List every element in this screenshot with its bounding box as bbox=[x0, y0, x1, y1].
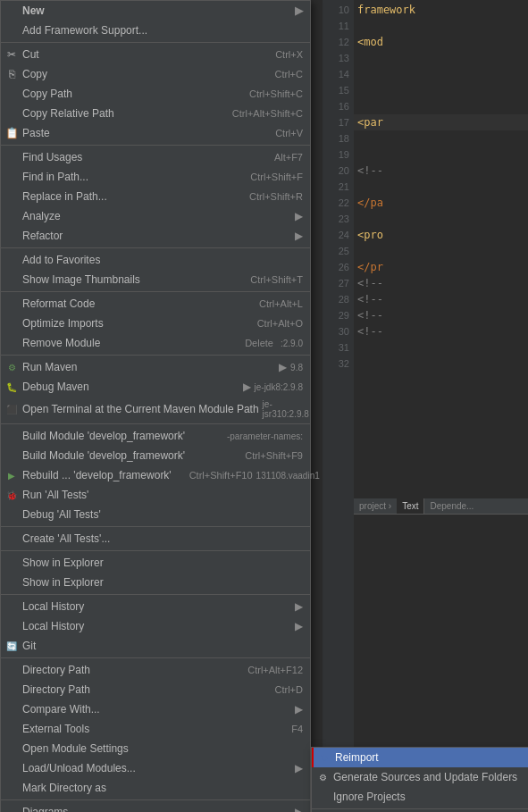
submenu-item-generate-sources[interactable]: ⚙ Generate Sources and Update Folders bbox=[312, 767, 528, 787]
tab-dependencies[interactable]: Depende... bbox=[424, 498, 479, 514]
menu-item-paste[interactable]: 📋 Paste Ctrl+V bbox=[1, 123, 310, 143]
menu-item-create-all-tests[interactable]: Create 'All Tests'... bbox=[1, 529, 310, 548]
arrow-icon: ▶ bbox=[295, 703, 303, 716]
arrow-icon: ▶ bbox=[295, 210, 303, 222]
terminal-icon: ⬛ bbox=[4, 402, 19, 416]
separator bbox=[1, 247, 310, 248]
menu-item-open-in-terminal[interactable]: Show in Explorer bbox=[1, 573, 310, 592]
menu-item-rebuild[interactable]: Build Module 'develop_framework' Ctrl+Sh… bbox=[1, 446, 310, 465]
menu-item-open-module-settings[interactable]: External Tools F4 bbox=[1, 719, 310, 739]
separator bbox=[1, 291, 310, 292]
arrow-icon: ▶ bbox=[295, 806, 303, 812]
menu-item-run-maven[interactable]: ⚙ Run Maven ▶ 9.8 bbox=[1, 357, 310, 377]
editor-code: framework <mod <par <!-- </pa <pro </pr … bbox=[354, 0, 528, 812]
menu-item-show-in-explorer[interactable]: Show in Explorer bbox=[1, 553, 310, 573]
menu-item-diagrams[interactable]: Diagrams ▶ bbox=[1, 802, 310, 812]
sync-icon: 🔄 bbox=[4, 639, 19, 653]
menu-item-local-history[interactable]: Local History ▶ bbox=[1, 597, 310, 616]
menu-item-remove-module[interactable]: Remove Module Delete :2.9.0 bbox=[1, 333, 310, 353]
debug-maven-icon: 🐛 bbox=[4, 380, 19, 394]
menu-item-refactor[interactable]: Refactor ▶ bbox=[1, 226, 310, 246]
menu-item-directory-path[interactable]: Directory Path Ctrl+Alt+F12 bbox=[1, 660, 310, 680]
copy-icon: ⎘ bbox=[4, 67, 19, 81]
context-menu: New ▶ Add Framework Support... ✂ Cut Ctr… bbox=[0, 0, 311, 812]
arrow-icon: ▶ bbox=[295, 4, 303, 17]
menu-item-git[interactable]: Local History ▶ bbox=[1, 616, 310, 636]
submenu-item-reimport[interactable]: ↻ Reimport bbox=[312, 748, 528, 767]
menu-item-copy-relative-path[interactable]: Copy Relative Path Ctrl+Alt+Shift+C bbox=[1, 104, 310, 123]
separator bbox=[1, 423, 310, 424]
menu-item-replace-in-path[interactable]: Replace in Path... Ctrl+Shift+R bbox=[1, 187, 310, 206]
menu-item-build-module[interactable]: Build Module 'develop_framework' -parame… bbox=[1, 426, 310, 446]
menu-item-mark-directory-as[interactable]: Load/Unload Modules... ▶ bbox=[1, 758, 310, 778]
submenu-item-ignore-projects[interactable]: Ignore Projects bbox=[312, 787, 528, 807]
generate-sources-icon: ⚙ bbox=[315, 770, 330, 784]
line-numbers: 1011121314 1516171819 2021222324 2526272… bbox=[323, 0, 354, 812]
separator bbox=[1, 594, 310, 595]
separator bbox=[1, 799, 310, 800]
menu-item-copy-path[interactable]: Copy Path Ctrl+Shift+C bbox=[1, 84, 310, 104]
menu-item-reformat-code[interactable]: Reformat Code Ctrl+Alt+L bbox=[1, 294, 310, 314]
debug-tests-icon: 🐞 bbox=[4, 488, 19, 502]
menu-item-new[interactable]: New ▶ bbox=[1, 1, 310, 21]
menu-item-run-all-tests[interactable]: ▶ Rebuild ... 'develop_framework' Ctrl+S… bbox=[1, 465, 310, 485]
menu-item-external-tools[interactable]: Compare With... ▶ bbox=[1, 699, 310, 719]
separator bbox=[1, 355, 310, 356]
separator bbox=[1, 42, 310, 43]
cut-icon: ✂ bbox=[4, 47, 19, 62]
menu-item-debug-maven[interactable]: 🐛 Debug Maven ▶ je-jdk8:2.9.8 bbox=[1, 377, 310, 397]
separator bbox=[1, 145, 310, 146]
separator bbox=[1, 526, 310, 527]
menu-item-load-unload-modules[interactable]: Open Module Settings bbox=[1, 739, 310, 758]
menu-item-cut[interactable]: ✂ Cut Ctrl+X bbox=[1, 45, 310, 64]
menu-item-remove-bom[interactable]: Mark Directory as bbox=[1, 778, 310, 798]
run-tests-icon: ▶ bbox=[4, 468, 19, 482]
editor-tabs: project › Text Depende... bbox=[354, 498, 528, 515]
maven-submenu: ↻ Reimport ⚙ Generate Sources and Update… bbox=[311, 747, 528, 812]
menu-item-run-with-coverage[interactable]: Debug 'All Tests' bbox=[1, 505, 310, 524]
menu-item-compare-with[interactable]: Directory Path Ctrl+D bbox=[1, 680, 310, 699]
menu-item-find-in-path[interactable]: Find in Path... Ctrl+Shift+F bbox=[1, 167, 310, 187]
paste-icon: 📋 bbox=[4, 126, 19, 140]
menu-item-find-usages[interactable]: Find Usages Alt+F7 bbox=[1, 147, 310, 167]
separator bbox=[312, 808, 528, 809]
menu-item-show-image-thumbnails[interactable]: Show Image Thumbnails Ctrl+Shift+T bbox=[1, 270, 310, 289]
menu-item-copy[interactable]: ⎘ Copy Ctrl+C bbox=[1, 64, 310, 84]
run-maven-icon: ⚙ bbox=[4, 360, 19, 374]
menu-item-synchronize[interactable]: 🔄 Git bbox=[1, 636, 310, 656]
arrow-icon: ▶ bbox=[295, 600, 303, 613]
arrow-icon: ▶ bbox=[295, 620, 303, 632]
menu-item-add-framework[interactable]: Add Framework Support... bbox=[1, 21, 310, 40]
tab-text[interactable]: Text bbox=[397, 498, 424, 514]
menu-item-analyze[interactable]: Analyze ▶ bbox=[1, 206, 310, 226]
arrow-icon: ▶ bbox=[279, 361, 287, 373]
tab-project[interactable]: project › bbox=[354, 498, 397, 514]
menu-item-debug-all-tests[interactable]: 🐞 Run 'All Tests' bbox=[1, 485, 310, 505]
arrow-icon: ▶ bbox=[243, 381, 251, 393]
separator bbox=[1, 550, 310, 551]
menu-item-open-terminal[interactable]: ⬛ Open Terminal at the Current Maven Mod… bbox=[1, 397, 310, 422]
reimport-icon: ↻ bbox=[317, 750, 331, 765]
separator bbox=[1, 657, 310, 658]
menu-item-add-to-favorites[interactable]: Add to Favorites bbox=[1, 250, 310, 270]
arrow-icon: ▶ bbox=[295, 230, 303, 242]
menu-item-optimize-imports[interactable]: Optimize Imports Ctrl+Alt+O bbox=[1, 314, 310, 333]
arrow-icon: ▶ bbox=[295, 762, 303, 774]
